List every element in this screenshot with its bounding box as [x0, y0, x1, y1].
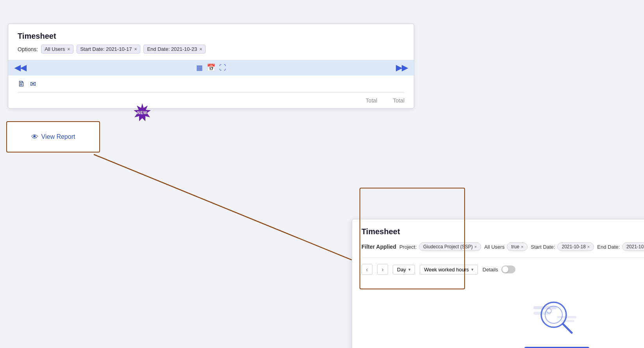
- nav-controls-row: ‹ › Day ▾ Week worked hours ▾ Details: [361, 264, 644, 275]
- front-card: Timesheet Filter Applied Project: Giudec…: [352, 219, 644, 348]
- details-toggle: Details: [483, 265, 515, 273]
- all-users-filter-chip: true ×: [507, 242, 528, 251]
- calendar-icon[interactable]: 📅: [207, 63, 215, 72]
- front-card-title: Timesheet: [361, 227, 644, 236]
- options-label: Options:: [18, 46, 38, 52]
- email-icon[interactable]: ✉: [30, 80, 36, 88]
- back-card: Timesheet Options: All Users × Start Dat…: [8, 23, 414, 109]
- remove-project-filter-icon[interactable]: ×: [474, 244, 477, 249]
- project-filter-group: Project: Giudecca Project (SSP) ×: [399, 242, 481, 251]
- metric-dropdown[interactable]: Week worked hours ▾: [420, 265, 478, 274]
- close-end-date-icon[interactable]: ×: [199, 47, 202, 52]
- back-nav-prev-icon[interactable]: ◀◀: [14, 63, 26, 72]
- all-users-filter-label: All Users: [484, 244, 504, 250]
- search-illustration: [526, 294, 588, 339]
- filter-tag-all-users: All Users ×: [41, 45, 73, 54]
- end-date-filter-chip: 2021-10-24 ×: [622, 242, 644, 251]
- new-badge: NEW: [132, 102, 152, 123]
- svg-rect-6: [561, 320, 574, 322]
- period-dropdown-chevron: ▾: [408, 267, 411, 272]
- details-toggle-switch[interactable]: [501, 265, 515, 273]
- totals-row: Total Total: [18, 94, 404, 108]
- view-report-annotation: 👁 View Report: [6, 121, 100, 152]
- view-report-button[interactable]: 👁 View Report: [31, 133, 75, 141]
- start-date-filter-chip: 2021-10-18 ×: [557, 242, 594, 251]
- project-filter-chip: Giudecca Project (SSP) ×: [419, 242, 481, 251]
- remove-start-date-filter-icon[interactable]: ×: [587, 244, 590, 249]
- total-label-2: Total: [393, 97, 404, 104]
- grid-view-icon[interactable]: ▦: [196, 63, 203, 72]
- filter-applied-label: Filter Applied: [361, 244, 396, 250]
- filter-tag-end-date: End Date: 2021-10-23 ×: [143, 45, 206, 54]
- toggle-knob: [502, 266, 508, 273]
- back-toolbar: ◀◀ ▦ 📅 ⛶ ▶▶: [8, 60, 414, 75]
- svg-line-9: [563, 324, 572, 333]
- new-badge-text: NEW: [138, 111, 147, 115]
- metric-dropdown-chevron: ▾: [471, 267, 474, 272]
- end-date-filter-label: End Date:: [597, 244, 620, 250]
- eye-icon: 👁: [31, 133, 38, 141]
- start-date-filter-label: Start Date:: [531, 244, 555, 250]
- nav-next-button[interactable]: ›: [377, 264, 388, 275]
- toolbar-icons: ▦ 📅 ⛶: [196, 63, 226, 72]
- options-row: Options: All Users × Start Date: 2021-10…: [18, 45, 404, 54]
- filter-applied-row: Filter Applied Project: Giudecca Project…: [361, 242, 644, 258]
- project-filter-label: Project:: [399, 244, 417, 250]
- close-all-users-icon[interactable]: ×: [67, 47, 70, 52]
- nav-prev-button[interactable]: ‹: [361, 264, 372, 275]
- fullscreen-icon[interactable]: ⛶: [219, 64, 226, 72]
- period-dropdown[interactable]: Day ▾: [393, 265, 415, 274]
- close-start-date-icon[interactable]: ×: [134, 47, 137, 52]
- back-card-title: Timesheet: [18, 32, 404, 41]
- filter-tag-start-date: Start Date: 2021-10-17 ×: [77, 45, 140, 54]
- remove-all-users-filter-icon[interactable]: ×: [521, 244, 523, 249]
- total-label-1: Total: [366, 97, 377, 104]
- back-nav-next-icon[interactable]: ▶▶: [396, 63, 408, 72]
- icon-row: 🗎 ✉: [18, 75, 404, 93]
- all-users-filter-group: All Users true ×: [484, 242, 528, 251]
- generate-report-area: Generate Report: [361, 283, 644, 348]
- search-illustration-svg: [526, 294, 588, 337]
- excel-export-icon[interactable]: 🗎: [18, 79, 25, 88]
- end-date-filter-group: End Date: 2021-10-24 ×: [597, 242, 644, 251]
- start-date-filter-group: Start Date: 2021-10-18 ×: [531, 242, 594, 251]
